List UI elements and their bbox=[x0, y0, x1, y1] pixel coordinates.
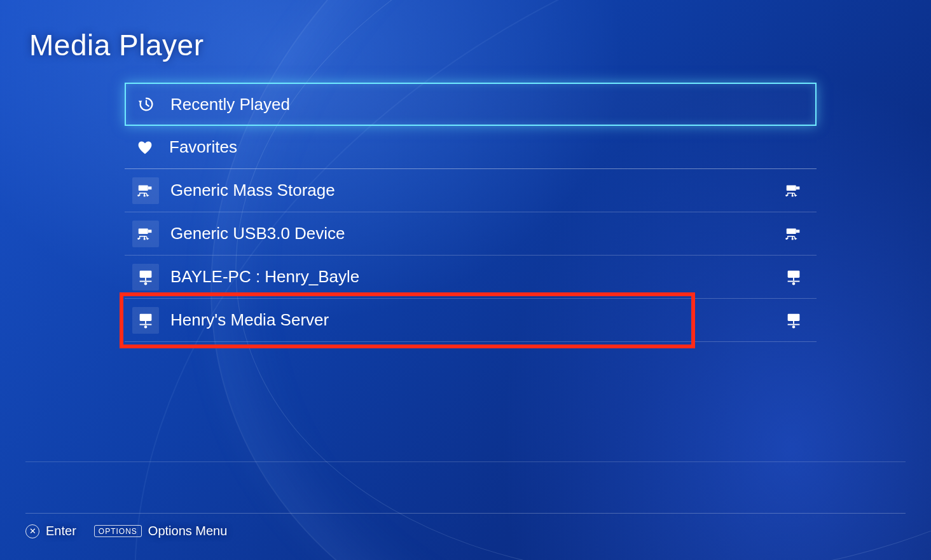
source-row[interactable]: Recently Played bbox=[125, 83, 817, 126]
hint-options-label: Options Menu bbox=[148, 524, 228, 538]
history-icon bbox=[134, 92, 159, 117]
source-row[interactable]: Generic USB3.0 Device bbox=[125, 212, 817, 256]
usb-icon bbox=[782, 224, 805, 243]
source-row[interactable]: Generic Mass Storage bbox=[125, 169, 817, 212]
usb-icon bbox=[132, 221, 159, 247]
hint-enter-label: Enter bbox=[46, 524, 76, 538]
source-row-label: Generic USB3.0 Device bbox=[170, 224, 782, 243]
cross-button-icon: ✕ bbox=[25, 524, 39, 538]
footer-hints: ✕ Enter OPTIONS Options Menu bbox=[25, 513, 906, 538]
network-icon bbox=[782, 268, 805, 287]
heart-icon bbox=[132, 135, 158, 160]
page-title: Media Player bbox=[29, 28, 203, 62]
source-row[interactable]: Henry's Media Server bbox=[125, 299, 817, 342]
hint-enter: ✕ Enter bbox=[25, 524, 76, 538]
source-row-label: BAYLE-PC : Henry_Bayle bbox=[170, 267, 782, 287]
source-list: Recently PlayedFavoritesGeneric Mass Sto… bbox=[125, 83, 817, 342]
usb-icon bbox=[782, 181, 805, 200]
source-row-label: Henry's Media Server bbox=[170, 310, 782, 330]
network-icon bbox=[132, 264, 159, 290]
source-row-label: Favorites bbox=[169, 137, 805, 157]
source-row-label: Recently Played bbox=[170, 95, 804, 114]
options-button-icon: OPTIONS bbox=[94, 525, 142, 537]
usb-icon bbox=[132, 177, 159, 204]
source-row[interactable]: BAYLE-PC : Henry_Bayle bbox=[125, 256, 817, 299]
network-icon bbox=[782, 311, 805, 330]
source-row-label: Generic Mass Storage bbox=[170, 181, 782, 200]
hint-options: OPTIONS Options Menu bbox=[94, 524, 228, 538]
source-row[interactable]: Favorites bbox=[125, 126, 817, 169]
network-icon bbox=[132, 307, 159, 334]
divider bbox=[25, 461, 906, 462]
